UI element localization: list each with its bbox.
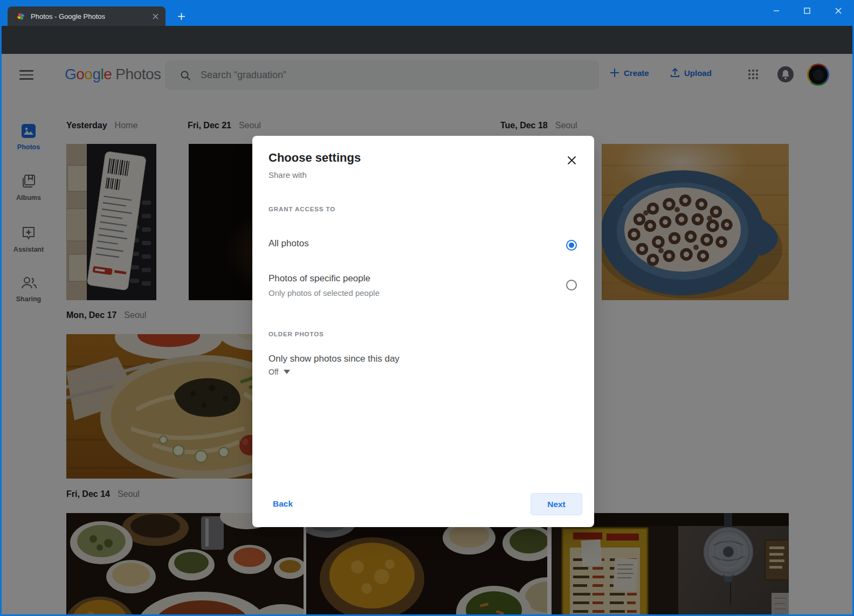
tab-title: Photos - Google Photos — [31, 12, 144, 20]
older-photos-value: Off — [268, 368, 278, 376]
browser-toolbar: https://photos.google.com — [0, 26, 854, 54]
browser-window: Photos - Google Photos — [0, 0, 854, 616]
chevron-down-icon — [284, 370, 290, 374]
minimize-button[interactable] — [764, 0, 789, 22]
browser-tab[interactable]: Photos - Google Photos — [8, 6, 166, 26]
choose-settings-dialog: Choose settings Share with GRANT ACCESS … — [252, 136, 594, 527]
back-button-dialog[interactable]: Back — [273, 499, 293, 509]
grant-access-section-label: GRANT ACCESS TO — [268, 206, 335, 212]
titlebar: Photos - Google Photos — [0, 0, 854, 26]
google-photos-favicon — [16, 12, 25, 21]
radio-specific-people[interactable] — [566, 280, 577, 290]
option-specific-people-label: Photos of specific people — [268, 273, 370, 284]
tab-close-icon[interactable] — [150, 11, 160, 21]
dialog-subtitle: Share with — [268, 170, 307, 179]
window-border-left — [0, 26, 2, 616]
older-photos-dropdown[interactable]: Off — [268, 368, 290, 376]
dialog-title: Choose settings — [268, 151, 361, 165]
next-button[interactable]: Next — [531, 493, 582, 515]
new-tab-button[interactable] — [174, 9, 189, 24]
option-specific-people-description: Only photos of selected people — [268, 288, 380, 297]
older-photos-option-label: Only show photos since this day — [268, 354, 400, 364]
option-all-photos-label: All photos — [268, 238, 309, 249]
radio-all-photos[interactable] — [566, 240, 577, 251]
maximize-button[interactable] — [795, 0, 819, 22]
dialog-close-icon[interactable] — [564, 153, 579, 168]
page-viewport: GooglePhotos Create Upload — [2, 54, 852, 614]
close-window-button[interactable] — [826, 0, 851, 22]
older-photos-section-label: OLDER PHOTOS — [268, 331, 324, 337]
